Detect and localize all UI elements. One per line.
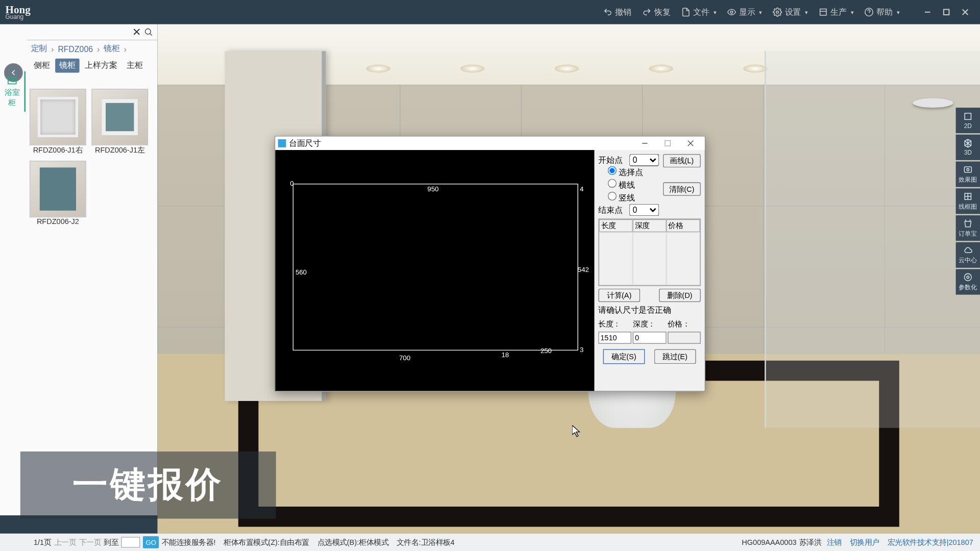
top-menu-bar: HongGuang 撤销 恢复 文件 显示 设置 生产 帮助 [0,0,980,24]
dialog-close[interactable] [679,137,702,149]
draw-line-button[interactable]: 画线(L) [663,154,701,167]
right-toolbar: 2D 3D 效果图 线框图 订单宝 云中心 参数化 [956,108,980,295]
thumb-item-2[interactable]: RFDZ006-J1左 [91,89,148,156]
promo-overlay: 一键报价 [20,452,276,519]
dialog-title: 台面尺寸 [289,138,321,149]
crumb-type[interactable]: 镜柜 [104,43,120,54]
layout-mode: 柜体布置模式(Z):自由布置 [224,537,309,547]
countertop-size-dialog: 台面尺寸 0 950 4 560 542 700 18 250 3 [275,136,705,391]
svg-point-0 [730,11,733,13]
radio-vert[interactable]: 竖线 [608,192,659,204]
cat-bath-cabinet[interactable]: 浴室柜 [0,71,26,112]
svg-rect-21 [665,141,671,146]
crumb-model[interactable]: RFDZ006 [58,44,93,53]
svg-point-1 [776,11,779,13]
length-input[interactable] [598,332,631,344]
next-page[interactable]: 下一页 [79,537,102,547]
window-close[interactable] [956,4,975,20]
search-icon[interactable] [143,26,155,38]
wireframe-button[interactable]: 线框图 [956,188,980,214]
dialog-canvas[interactable]: 0 950 4 560 542 700 18 250 3 [275,150,594,391]
calc-button[interactable]: 计算(A) [598,289,640,302]
dialog-icon [278,139,286,147]
skip-button[interactable]: 跳过(E) [654,349,696,364]
svg-point-8 [145,29,151,34]
vertical-category: 浴室柜 [0,71,26,112]
logout-link[interactable]: 注销 [827,537,842,547]
depth-input[interactable] [633,332,666,344]
view-2d-button[interactable]: 2D [956,108,980,133]
crumb-custom[interactable]: 定制 [31,43,47,54]
ok-button[interactable]: 确定(S) [603,349,645,364]
dialog-minimize[interactable] [633,137,656,149]
tab-sample[interactable]: 上样方案 [81,59,121,73]
render-button[interactable]: 效果图 [956,161,980,187]
produce-menu[interactable]: 生产 [813,4,859,20]
file-menu[interactable]: 文件 [676,4,722,20]
tab-side[interactable]: 侧柜 [30,59,54,73]
dialog-maximize[interactable] [656,137,679,149]
dialog-titlebar[interactable]: 台面尺寸 [275,137,704,150]
page-input[interactable] [121,537,140,547]
window-minimize[interactable] [918,4,937,20]
redo-button[interactable]: 恢复 [636,4,675,20]
connection-status: 不能连接服务器! [162,537,216,547]
user-id: HG009AAA0003 [742,538,796,546]
svg-rect-2 [820,9,826,15]
undo-button[interactable]: 撤销 [598,4,636,20]
start-point-select[interactable]: 0 [629,154,659,166]
radio-horiz[interactable]: 横线 [608,179,659,191]
help-menu[interactable]: 帮助 [859,4,905,20]
select-mode: 点选模式(B):柜体模式 [317,537,388,547]
svg-rect-12 [965,113,971,119]
breadcrumb: 定制 RFDZ006 镜柜 [27,40,158,57]
thumb-item-1[interactable]: RFDZ006-J1右 [30,89,86,156]
svg-line-9 [150,33,152,35]
search-clear-icon[interactable]: ✕ [131,26,143,38]
category-tabs: 侧柜 镜柜 上样方案 主柜 [27,57,158,74]
hint-text: 请确认尺寸是否正确 [598,305,700,316]
library-panel: ✕ 定制 RFDZ006 镜柜 侧柜 镜柜 上样方案 主柜 浴室柜 [0,24,158,515]
cursor-icon [572,425,580,437]
view-3d-button[interactable]: 3D [956,135,980,160]
file-name: 文件名:卫浴样板4 [397,537,455,547]
cloud-button[interactable]: 云中心 [956,242,980,268]
clear-button[interactable]: 清除(C) [663,182,701,195]
thumb-item-3[interactable]: RFDZ006-J2 [30,161,86,226]
svg-rect-5 [944,9,949,15]
page-indicator: 1/1页 [34,537,52,547]
go-button[interactable]: GO [143,536,159,548]
radio-pick[interactable]: 选择点 [608,166,659,179]
dimension-table[interactable]: 长度 深度 价格 [598,219,700,286]
prev-page[interactable]: 上一页 [54,537,77,547]
svg-point-18 [967,276,969,278]
search-input[interactable] [30,27,131,36]
user-name: 苏泽洪 [799,537,822,547]
support-link[interactable]: 宏光软件技术支持|201807 [888,537,973,547]
tab-main[interactable]: 主柜 [122,59,146,73]
tab-mirror[interactable]: 镜柜 [55,59,79,73]
display-menu[interactable]: 显示 [722,4,768,20]
logo: HongGuang [6,4,39,20]
svg-point-19 [964,273,971,281]
svg-point-14 [967,168,969,170]
window-maximize[interactable] [937,4,956,20]
price-input[interactable] [668,332,701,344]
param-button[interactable]: 参数化 [956,269,980,294]
switch-user-link[interactable]: 切换用户 [850,537,879,547]
delete-button[interactable]: 删除(D) [659,289,701,302]
status-bar: 1/1页 上一页 下一页 到至 GO 不能连接服务器! 柜体布置模式(Z):自由… [0,534,980,551]
svg-rect-13 [964,166,971,172]
order-button[interactable]: 订单宝 [956,215,980,241]
settings-menu[interactable]: 设置 [767,4,813,20]
end-point-select[interactable]: 0 [629,204,659,216]
